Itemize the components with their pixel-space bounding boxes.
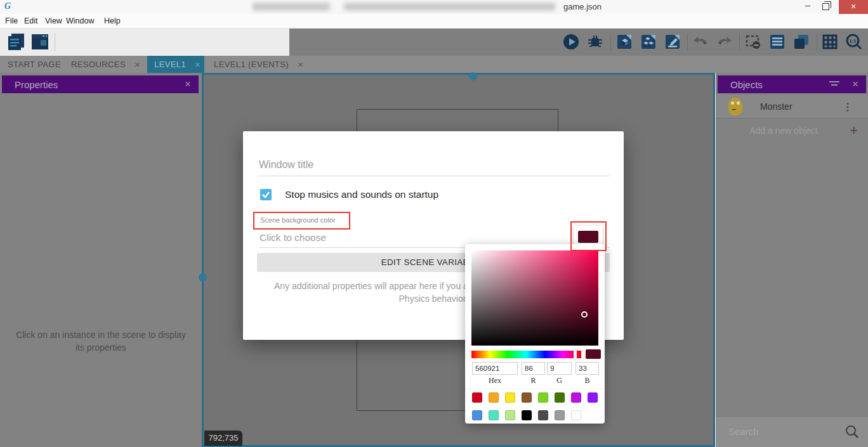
preset-color-swatch[interactable] [571,410,581,420]
clear-selection-button[interactable] [744,33,762,51]
saturation-area[interactable] [471,250,598,346]
preset-color-swatch[interactable] [588,392,598,403]
objects-panel: Objects × Monster ⋮ Add a new object + S… [716,73,868,447]
window-title-field[interactable]: Window title [259,159,313,171]
cursor-coordinates-badge: 792;735 [204,431,242,446]
tab-close-icon[interactable]: × [135,59,140,70]
scene-properties-button[interactable] [664,33,681,51]
properties-panel-title: Properties [15,79,58,90]
preset-color-swatch[interactable] [555,410,565,420]
tab-resources[interactable]: RESOURCES × [63,56,147,73]
tab-start-page[interactable]: START PAGE [0,56,63,73]
g-input[interactable] [547,362,572,375]
layers-editor-button[interactable] [792,33,810,51]
redacted-path-block [344,3,555,11]
add-object-plus-icon[interactable]: + [850,122,858,139]
preset-color-swatch[interactable] [522,410,532,420]
hue-slider-handle[interactable] [574,350,577,359]
preset-color-swatch[interactable] [489,392,499,403]
preset-color-swatch[interactable] [538,410,548,420]
preset-color-swatch[interactable] [571,392,581,403]
menu-bar: File Edit View Window Help [0,14,868,29]
search-icon [845,425,859,439]
object-thumbnail [728,98,742,115]
redacted-path-block [253,3,330,11]
preset-color-swatch[interactable] [522,392,532,403]
preset-color-swatch[interactable] [489,410,499,420]
properties-panel: Properties × Click on an instance in the… [0,73,202,447]
right-panel-resize-bar[interactable] [713,73,715,447]
objects-panel-title: Objects [730,79,763,90]
close-window-button[interactable]: × [839,0,868,14]
color-picker: Hex R G B [465,244,605,424]
tab-close-icon[interactable]: × [298,59,303,70]
close-objects-icon[interactable]: × [852,78,858,91]
minimize-button[interactable]: – [798,0,817,14]
events-editor-icon[interactable] [30,32,50,52]
add-object-label: Add a new object [749,126,817,136]
grid-toggle-button[interactable] [821,33,839,51]
stop-sounds-checkbox[interactable] [260,189,272,200]
preset-color-swatch[interactable] [505,410,515,420]
object-name: Monster [760,101,792,112]
redo-button[interactable] [716,33,733,51]
menu-edit[interactable]: Edit [24,16,38,25]
hue-slider[interactable] [471,351,581,358]
left-panel-resize-bar[interactable] [202,73,204,447]
zoom-button[interactable]: 1:1 [845,33,863,51]
close-properties-icon[interactable]: × [185,78,191,91]
preset-color-swatch[interactable] [472,410,482,420]
add-object-row[interactable]: Add a new object + [716,120,868,141]
preview-play-button[interactable] [562,33,580,51]
menu-view[interactable]: View [45,16,62,25]
object-menu-icon[interactable]: ⋮ [843,101,853,113]
restore-button[interactable] [822,3,829,10]
objects-search-bar[interactable]: Search [716,417,868,447]
menu-help[interactable]: Help [104,16,121,25]
r-input[interactable] [522,362,545,375]
b-input[interactable] [575,362,599,375]
preset-color-swatch[interactable] [538,392,548,403]
annotation-box-color-swatch [570,221,607,251]
menu-window[interactable]: Window [66,16,94,25]
title-bar: G game.json – × [0,0,868,14]
preset-swatches-row2 [472,410,588,420]
svg-text:1:1: 1:1 [849,38,857,44]
canvas-top-border [204,73,713,75]
filter-icon[interactable] [829,81,839,87]
preset-color-swatch[interactable] [505,392,515,403]
preset-swatches-row1 [472,392,604,403]
window-title: game.json [563,2,602,11]
tab-level1-events[interactable]: LEVEL1 (EVENTS) × [204,56,305,73]
tab-close-icon[interactable]: × [195,59,201,70]
toolbar: 1:1 [0,29,868,56]
hex-input[interactable] [472,362,518,375]
properties-panel-header: Properties × [2,75,199,93]
object-list-item[interactable]: Monster ⋮ [716,94,868,119]
undo-button[interactable] [692,33,709,51]
scene-editor-icon[interactable] [6,32,27,52]
annotation-box-scene-bg-label [253,212,350,230]
preset-color-swatch[interactable] [472,392,482,403]
picker-current-color [586,349,601,359]
instances-list-button[interactable] [768,33,786,51]
object-groups-panel-button[interactable] [640,33,657,51]
hex-label: Hex [472,376,518,385]
saturation-cursor[interactable] [581,311,588,318]
g-label: G [547,376,572,385]
search-placeholder: Search [728,426,759,437]
gdevelop-logo-icon: G [4,1,11,11]
canvas-top-resize-handle[interactable] [469,72,477,81]
r-label: R [522,376,545,385]
objects-panel-button[interactable] [615,33,633,51]
debugger-button[interactable] [586,33,604,51]
properties-hint: Click on an instance in the scene to dis… [6,328,195,354]
stop-sounds-label: Stop musics and sounds on startup [285,189,438,200]
menu-file[interactable]: File [5,16,18,25]
tab-strip: START PAGE RESOURCES × LEVEL1 × LEVEL1 (… [0,56,868,73]
left-panel-resize-handle[interactable] [199,273,207,282]
tab-level1[interactable]: LEVEL1 × [147,56,204,73]
preset-color-swatch[interactable] [555,392,565,403]
b-label: B [575,376,599,385]
color-field[interactable]: Click to choose [260,232,326,243]
